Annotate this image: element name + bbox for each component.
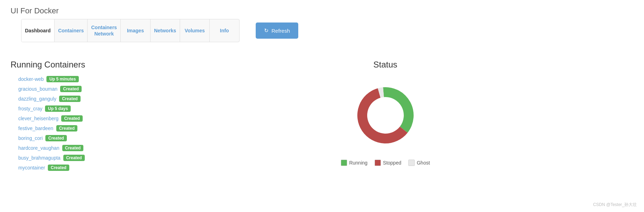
container-name[interactable]: docker-web	[18, 76, 44, 82]
container-badge: Up 5 days	[45, 105, 71, 112]
containers-section: Running Containers docker-webUp 5 minute…	[11, 60, 123, 174]
legend-item: Running	[341, 160, 368, 166]
container-list: docker-webUp 5 minutesgracious_boumanCre…	[11, 76, 123, 171]
container-badge: Created	[61, 115, 83, 122]
nav-item-info[interactable]: Info	[210, 19, 239, 42]
legend-color-box	[375, 160, 381, 166]
legend-color-box	[408, 160, 415, 166]
container-badge: Created	[45, 135, 67, 141]
container-name[interactable]: boring_cori	[18, 135, 43, 141]
legend-label: Running	[349, 160, 368, 166]
status-section: Status RunningStoppedGhost	[137, 60, 633, 166]
container-badge: Created	[60, 86, 82, 92]
legend-color-box	[341, 160, 347, 166]
container-badge: Created	[59, 96, 81, 102]
list-item: hardcore_vaughanCreated	[18, 145, 123, 151]
refresh-label: Refresh	[272, 28, 290, 34]
list-item: busy_brahmaguptaCreated	[18, 155, 123, 161]
list-item: mycontainerCreated	[18, 165, 123, 171]
nav-item-containers-network[interactable]: Containers Network	[88, 19, 121, 42]
refresh-button[interactable]: ↻ Refresh	[256, 23, 299, 39]
legend-label: Stopped	[383, 160, 401, 166]
list-item: dazzling_gangulyCreated	[18, 96, 123, 102]
list-item: festive_bardeenCreated	[18, 125, 123, 131]
container-name[interactable]: frosty_cray	[18, 106, 42, 111]
chart-legend: RunningStoppedGhost	[341, 160, 430, 166]
list-item: clever_heisenbergCreated	[18, 115, 123, 122]
list-item: gracious_boumanCreated	[18, 86, 123, 92]
container-badge: Created	[63, 155, 85, 161]
container-name[interactable]: festive_bardeen	[18, 126, 53, 131]
list-item: docker-webUp 5 minutes	[18, 76, 123, 82]
container-name[interactable]: mycontainer	[18, 165, 45, 171]
nav-item-images[interactable]: Images	[121, 19, 150, 42]
container-name[interactable]: gracious_bouman	[18, 86, 57, 92]
donut-chart	[347, 77, 424, 154]
container-name[interactable]: dazzling_ganguly	[18, 96, 56, 102]
nav-item-dashboard[interactable]: Dashboard	[21, 19, 55, 42]
list-item: boring_coriCreated	[18, 135, 123, 141]
legend-item: Stopped	[375, 160, 401, 166]
container-badge: Up 5 minutes	[46, 76, 78, 82]
status-section-title: Status	[373, 60, 397, 70]
container-badge: Created	[48, 165, 69, 171]
legend-label: Ghost	[417, 160, 430, 166]
top-area: DashboardContainersContainers NetworkIma…	[0, 19, 644, 42]
nav-item-networks[interactable]: Networks	[151, 19, 180, 42]
refresh-icon: ↻	[264, 27, 269, 34]
nav-item-volumes[interactable]: Volumes	[180, 19, 210, 42]
nav-item-containers[interactable]: Containers	[55, 19, 88, 42]
container-name[interactable]: clever_heisenberg	[18, 116, 58, 121]
container-name[interactable]: hardcore_vaughan	[18, 145, 59, 151]
nav-bar: DashboardContainersContainers NetworkIma…	[21, 19, 240, 42]
container-badge: Created	[56, 125, 78, 131]
containers-section-title: Running Containers	[11, 60, 123, 70]
main-content: Running Containers docker-webUp 5 minute…	[0, 49, 644, 181]
container-badge: Created	[62, 145, 84, 151]
app-title: UI For Docker	[0, 0, 644, 19]
legend-item: Ghost	[408, 160, 430, 166]
list-item: frosty_crayUp 5 days	[18, 105, 123, 112]
container-name[interactable]: busy_brahmagupta	[18, 155, 60, 161]
